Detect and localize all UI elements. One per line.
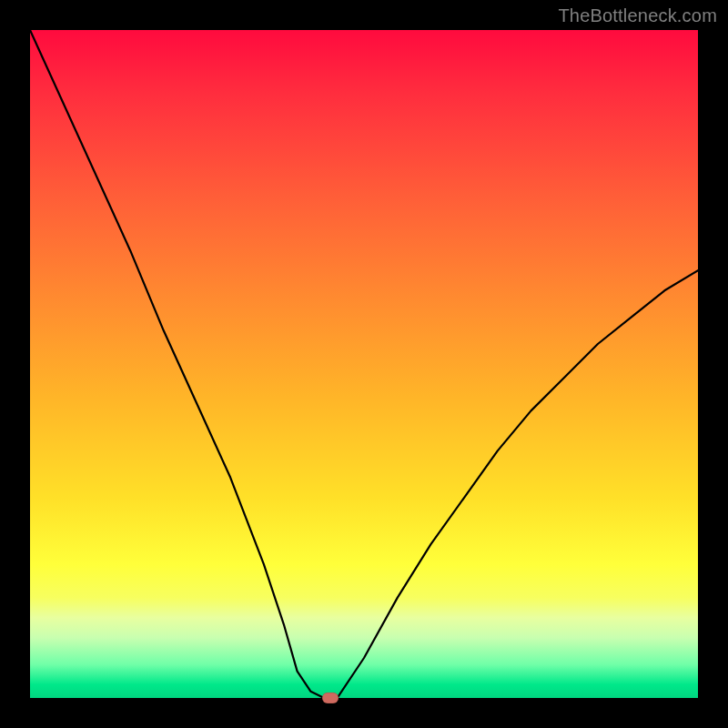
curve-minimum-marker	[322, 693, 339, 703]
chart-frame: TheBottleneck.com	[0, 0, 728, 728]
plot-area	[30, 30, 698, 698]
watermark-text: TheBottleneck.com	[558, 5, 717, 26]
bottleneck-curve-path	[30, 30, 698, 698]
curve-svg	[30, 30, 698, 698]
